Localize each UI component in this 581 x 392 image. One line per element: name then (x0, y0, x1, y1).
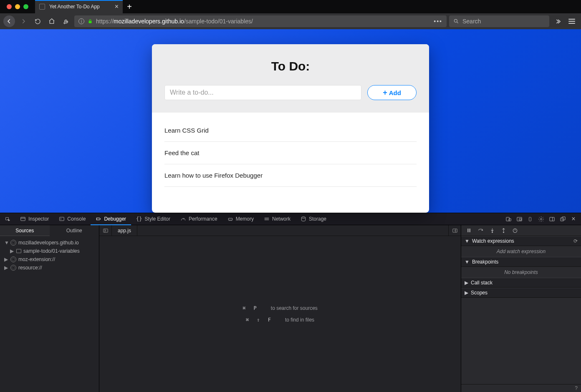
close-tab-icon[interactable]: × (115, 3, 119, 10)
deactivate-breakpoints-button[interactable] (512, 228, 518, 234)
close-window-button[interactable] (7, 4, 12, 9)
help-button[interactable]: ? (461, 384, 581, 392)
svg-rect-20 (529, 217, 531, 221)
iframe-picker-button[interactable] (516, 216, 523, 222)
section-call-stack[interactable]: ▶Call stack (461, 278, 581, 288)
tab-label: Console (67, 216, 86, 222)
debugger-icon (96, 216, 101, 222)
todo-header: To Do: + Add (152, 44, 429, 113)
page-actions-icon[interactable]: ••• (434, 18, 442, 25)
search-bar[interactable]: Search (449, 15, 549, 27)
forward-button[interactable] (18, 15, 29, 27)
tree-row-host[interactable]: ▶resource:// (3, 264, 96, 272)
close-devtools-button[interactable]: × (570, 216, 577, 222)
subtab-outline[interactable]: Outline (50, 225, 99, 236)
svg-point-21 (540, 218, 542, 220)
identity-icon[interactable]: i (78, 18, 84, 24)
svg-rect-0 (89, 21, 92, 23)
svg-rect-19 (519, 219, 521, 220)
menu-button[interactable] (566, 15, 578, 27)
open-file-tab[interactable]: app.js (112, 225, 137, 236)
back-button[interactable] (3, 15, 15, 27)
url-bar[interactable]: i https://mozilladevelopers.github.io/sa… (74, 15, 447, 27)
responsive-design-button[interactable] (505, 216, 512, 222)
step-out-button[interactable] (501, 227, 506, 234)
sources-subtabs: Sources Outline (0, 225, 99, 236)
svg-point-1 (454, 19, 457, 22)
tab-performance[interactable]: Performance (175, 213, 222, 225)
window-controls (0, 0, 35, 13)
svg-rect-8 (228, 218, 232, 220)
globe-icon (10, 240, 16, 246)
tree-label: sample-todo/01-variables (23, 248, 80, 254)
search-placeholder: Search (462, 18, 481, 25)
svg-point-33 (492, 232, 493, 233)
tab-favicon (39, 4, 45, 10)
toggle-end-panel-button[interactable] (448, 225, 461, 236)
pick-element-button[interactable] (0, 213, 15, 225)
pause-button[interactable] (466, 228, 472, 233)
svg-rect-4 (21, 217, 25, 221)
tree-row-host[interactable]: ▼mozilladevelopers.github.io (3, 239, 96, 247)
reload-button[interactable] (32, 15, 43, 27)
tab-debugger[interactable]: Debugger (91, 213, 131, 225)
search-icon (453, 18, 459, 24)
watch-empty-text[interactable]: Add watch expression (461, 246, 581, 257)
hint-text: to search for sources (271, 305, 318, 311)
tab-console[interactable]: Console (54, 213, 91, 225)
step-over-button[interactable] (477, 228, 484, 233)
globe-icon (10, 265, 16, 271)
tab-label: Style Editor (145, 216, 170, 222)
home-button[interactable] (46, 15, 58, 27)
dock-side-button[interactable] (548, 216, 555, 222)
section-label: Breakpoints (472, 259, 498, 265)
tree-row-host[interactable]: ▶moz-extension:// (3, 255, 96, 264)
noautohide-button[interactable] (527, 216, 533, 222)
minimize-window-button[interactable] (15, 4, 20, 9)
plus-icon: + (383, 89, 387, 96)
tab-memory[interactable]: Memory (222, 213, 259, 225)
list-item[interactable]: Learn how to use Firefox Debugger (164, 164, 417, 187)
subtab-sources[interactable]: Sources (0, 225, 50, 236)
inspector-icon (20, 216, 26, 222)
tab-network[interactable]: Network (259, 213, 296, 225)
add-button[interactable]: + Add (367, 85, 417, 100)
url-host: mozilladevelopers.github.io (114, 18, 184, 25)
section-watch-expressions[interactable]: ▼Watch expressions⟳ (461, 236, 581, 246)
developer-button[interactable] (60, 15, 72, 27)
tab-title: Yet Another To-Do App (49, 4, 100, 10)
lock-icon[interactable] (88, 18, 93, 24)
list-item[interactable]: Feed the cat (164, 142, 417, 164)
todo-input[interactable] (164, 85, 361, 100)
todo-input-row: + Add (164, 85, 417, 100)
section-breakpoints[interactable]: ▼Breakpoints (461, 257, 581, 267)
new-tab-button[interactable]: + (123, 0, 136, 13)
browser-tab[interactable]: Yet Another To-Do App × (35, 0, 123, 13)
editor-empty-state: ⌘ P to search for sources ⌘ ⇧ F to find … (99, 236, 461, 392)
tree-row-folder[interactable]: ▶sample-todo/01-variables (3, 247, 96, 255)
overflow-button[interactable] (552, 15, 563, 27)
todo-card: To Do: + Add Learn CSS Grid Feed the cat… (152, 44, 429, 213)
svg-rect-22 (549, 217, 554, 221)
hint-search-sources: ⌘ P to search for sources (243, 305, 318, 311)
tree-label: resource:// (18, 265, 42, 271)
dock-separate-button[interactable] (559, 216, 566, 222)
tab-inspector[interactable]: Inspector (15, 213, 54, 225)
debugger-editor-panel: app.js ⌘ P to search for sources ⌘ ⇧ F t… (99, 225, 461, 392)
browser-tab-strip: Yet Another To-Do App × + (0, 0, 581, 13)
svg-rect-6 (60, 217, 64, 221)
page-title: To Do: (164, 59, 417, 73)
tab-storage[interactable]: Storage (296, 213, 331, 225)
toggle-sources-button[interactable] (99, 225, 112, 236)
list-item[interactable]: Learn CSS Grid (164, 119, 417, 142)
tab-label: Debugger (104, 216, 126, 222)
debugger-controls (461, 225, 581, 236)
tree-label: moz-extension:// (18, 256, 55, 262)
zoom-window-button[interactable] (23, 4, 28, 9)
settings-button[interactable] (538, 216, 544, 222)
tab-style-editor[interactable]: {} Style Editor (131, 213, 175, 225)
section-scopes[interactable]: ▶Scopes (461, 288, 581, 298)
step-in-button[interactable] (490, 227, 495, 234)
hint-find-in-files: ⌘ ⇧ F to find in files (246, 317, 314, 323)
refresh-icon[interactable]: ⟳ (573, 238, 578, 244)
